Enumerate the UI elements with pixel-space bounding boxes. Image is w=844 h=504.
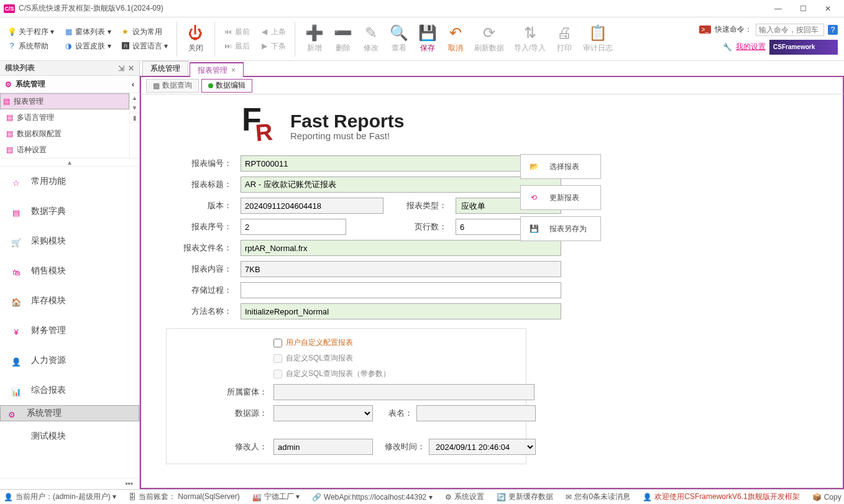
- language-icon: 🅰: [121, 42, 130, 50]
- sidebar-module-item[interactable]: ⚙系统管理: [0, 405, 139, 421]
- sub-tab[interactable]: ▦数据查询: [146, 79, 199, 93]
- mail-icon: ✉: [566, 493, 572, 502]
- about-menu[interactable]: 💡关于程序 ▾: [4, 25, 58, 39]
- windows-list-menu[interactable]: ▦窗体列表 ▾: [60, 25, 114, 39]
- toolbar-save-button[interactable]: 💾保存: [413, 22, 442, 56]
- label-mtime: 修改时间：: [377, 441, 425, 452]
- input-sp[interactable]: [241, 282, 561, 298]
- wrench-icon: 🔧: [723, 43, 732, 52]
- toolbar-cancel-button[interactable]: ↶取消: [442, 22, 469, 56]
- label-sp: 存储过程：: [166, 285, 234, 296]
- svg-text:¥: ¥: [13, 328, 19, 337]
- help-menu[interactable]: ?系统帮助: [4, 40, 58, 53]
- select-mtime[interactable]: 2024/09/11 20:46:04: [429, 439, 536, 455]
- scroll-bar-icon[interactable]: ▮: [130, 113, 139, 123]
- toolbar-view-button: 🔍查看: [385, 22, 413, 56]
- input-rpt-no[interactable]: [241, 155, 561, 172]
- input-table: [416, 405, 536, 421]
- factory-icon: 🏭: [252, 493, 262, 502]
- nav-next[interactable]: ▶下条: [256, 40, 290, 53]
- sub-tab[interactable]: 数据编辑: [201, 79, 252, 93]
- chevron-left-icon: ‹: [132, 80, 134, 89]
- sidebar: 模块列表 ⇲ ✕ ⚙系统管理 ‹ ▤报表管理▤多语言管理▤数据权限配置▤语种设置…: [0, 61, 140, 489]
- sidebar-collapse-up[interactable]: ▲: [0, 158, 139, 167]
- chk-sql[interactable]: 自定义SQL查询报表: [273, 353, 534, 364]
- sidebar-module-item[interactable]: ☆常用功能: [0, 167, 139, 196]
- label-version: 版本：: [166, 200, 234, 211]
- status-api[interactable]: 🔗WebApi:https://localhost:44392 ▾: [312, 493, 433, 502]
- status-cache[interactable]: 🔄更新缓存数据: [497, 492, 553, 502]
- status-msg[interactable]: ✉您有0条未读消息: [566, 492, 631, 502]
- quick-command-input[interactable]: [756, 24, 824, 36]
- sidebar-module-item[interactable]: 📊综合报表: [0, 375, 139, 405]
- maximize-button[interactable]: ☐: [791, 0, 815, 17]
- close-button[interactable]: ⏻关闭: [182, 22, 209, 56]
- sidebar-module-item[interactable]: 🏠库存模块: [0, 286, 139, 316]
- status-user[interactable]: 👤当前用户：(admin-超级用户) ▾: [4, 492, 116, 502]
- document-tab[interactable]: 报表管理×: [190, 62, 244, 77]
- sidebar-close-icon[interactable]: ✕: [128, 64, 134, 73]
- language-menu[interactable]: 🅰设置语言 ▾: [117, 40, 172, 53]
- minimize-button[interactable]: —: [766, 0, 791, 17]
- chk-sql-param[interactable]: 自定义SQL查询报表（带参数）: [273, 369, 534, 379]
- nav-first[interactable]: ⏮最前: [220, 25, 254, 39]
- module-icon: 👤: [7, 352, 25, 369]
- input-rpt-seq[interactable]: [241, 219, 346, 235]
- module-icon: 📊: [7, 382, 25, 399]
- status-copy[interactable]: 📦Copy: [812, 493, 842, 502]
- help-badge-icon[interactable]: ?: [828, 25, 838, 35]
- svg-text:🛒: 🛒: [11, 237, 22, 248]
- last-icon: ⏭: [224, 42, 232, 50]
- nav-prev[interactable]: ◀上条: [256, 25, 290, 39]
- titlebar: C/S C/S系统快速开发框架-旗舰版V6.1(2024-09) — ☐ ✕: [0, 0, 844, 17]
- module-icon: ▤: [7, 203, 25, 220]
- chk-user-custom[interactable]: 用户自定义配置报表: [273, 337, 534, 348]
- gear-icon: ⚙: [445, 493, 452, 502]
- sidebar-module-item[interactable]: 🛒采购模块: [0, 226, 139, 256]
- status-factory[interactable]: 🏭宁德工厂 ▾: [252, 492, 300, 502]
- input-rpt-file[interactable]: [241, 240, 561, 256]
- sidebar-sub-item[interactable]: ▤报表管理: [0, 93, 129, 109]
- module-icon: [7, 428, 25, 445]
- terminal-icon: >_: [699, 25, 711, 34]
- saveas-report-button[interactable]: 💾报表另存为: [520, 216, 601, 241]
- label-ds: 数据源：: [222, 408, 267, 419]
- sidebar-module-item[interactable]: ▤数据字典: [0, 196, 139, 226]
- scroll-down-icon[interactable]: ▼: [130, 103, 139, 113]
- update-report-button[interactable]: ⟲更新报表: [520, 185, 601, 210]
- sidebar-sub-item[interactable]: ▤数据权限配置: [0, 126, 129, 142]
- sidebar-sub-item[interactable]: ▤多语言管理: [0, 109, 129, 126]
- input-rpt-content: [241, 261, 561, 277]
- sidebar-module-item[interactable]: 👤人力资源: [0, 346, 139, 375]
- close-window-button[interactable]: ✕: [815, 0, 840, 17]
- folder-open-icon: 📂: [527, 160, 541, 173]
- sidebar-module-item[interactable]: 🛍销售模块: [0, 256, 139, 286]
- sidebar-sub-item[interactable]: ▤语种设置: [0, 142, 129, 158]
- my-settings-link[interactable]: 我的设置: [736, 42, 766, 52]
- svg-text:🏠: 🏠: [11, 297, 22, 308]
- module-icon: 🛒: [7, 232, 25, 250]
- audit-icon: 📋: [589, 24, 607, 42]
- tab-close-icon[interactable]: ×: [231, 66, 236, 75]
- pin-icon[interactable]: ⇲: [118, 64, 124, 73]
- content-area: 系统管理报表管理× ▦数据查询数据编辑 FR Fast Reports Repo…: [140, 61, 844, 489]
- scroll-up-icon[interactable]: ▲: [130, 93, 139, 103]
- select-report-button[interactable]: 📂选择报表: [520, 154, 601, 179]
- skin-menu[interactable]: ◑设置皮肤 ▾: [60, 40, 114, 53]
- input-method[interactable]: [241, 303, 561, 319]
- input-rpt-title[interactable]: [241, 176, 561, 193]
- prev-icon: ◀: [260, 27, 268, 36]
- sidebar-more[interactable]: •••: [0, 478, 139, 489]
- select-ds[interactable]: [273, 405, 373, 421]
- favorite-menu[interactable]: ★设为常用: [117, 25, 172, 39]
- sidebar-module-item[interactable]: ¥财务管理: [0, 316, 139, 346]
- brand-badge: CSFramework: [769, 40, 838, 55]
- toolbar-import-button: ⇅导入/导入: [509, 22, 551, 56]
- sidebar-category[interactable]: ⚙系统管理 ‹: [0, 76, 139, 93]
- sidebar-module-item[interactable]: 测试模块: [0, 421, 139, 451]
- module-icon: ¥: [7, 322, 25, 339]
- statusbar: 👤当前用户：(admin-超级用户) ▾ 🗄当前账套： Normal(SqlSe…: [0, 489, 844, 504]
- document-tab[interactable]: 系统管理: [142, 61, 188, 76]
- nav-last[interactable]: ⏭最后: [220, 40, 254, 53]
- status-sys[interactable]: ⚙系统设置: [445, 492, 484, 502]
